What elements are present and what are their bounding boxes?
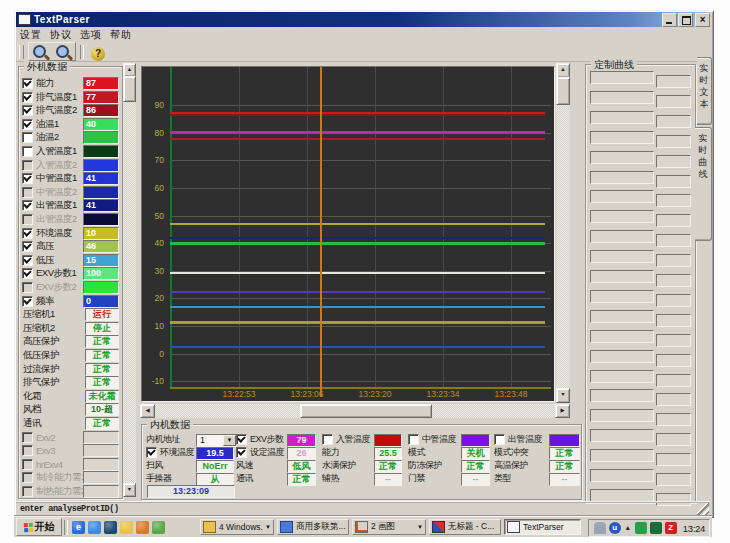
- update-icon[interactable]: u: [609, 522, 621, 534]
- curve-value-slot[interactable]: [656, 95, 691, 108]
- chart-hscrollbar[interactable]: ◀ ▶: [140, 404, 570, 418]
- curve-name-slot[interactable]: [590, 71, 654, 84]
- checkbox[interactable]: [22, 255, 33, 266]
- indoor-value[interactable]: 1▼: [196, 434, 237, 447]
- curve-name-slot[interactable]: [590, 310, 654, 323]
- checkbox[interactable]: [22, 282, 33, 293]
- curve-value-slot[interactable]: [656, 374, 691, 387]
- tab-realtime-curve[interactable]: 实时曲线: [695, 127, 712, 241]
- checkbox[interactable]: [494, 434, 505, 445]
- curve-value-slot[interactable]: [656, 473, 691, 486]
- hand-icon[interactable]: [594, 522, 606, 534]
- checkbox[interactable]: [22, 187, 33, 198]
- curve-value-slot[interactable]: [656, 413, 691, 426]
- task-button-window[interactable]: TextParser: [504, 519, 581, 535]
- ie-icon[interactable]: e: [72, 521, 85, 534]
- close-button[interactable]: ×: [695, 13, 710, 27]
- restore-button[interactable]: [678, 13, 693, 27]
- curve-value-slot[interactable]: [656, 115, 691, 128]
- monitor-icon[interactable]: [650, 522, 662, 534]
- media-icon[interactable]: [152, 521, 165, 534]
- toolbar-grip[interactable]: [19, 45, 24, 59]
- curve-value-slot[interactable]: [656, 453, 691, 466]
- zoom-in-button[interactable]: [29, 43, 52, 60]
- curve-name-slot[interactable]: [590, 111, 654, 124]
- curve-value-slot[interactable]: [656, 175, 691, 188]
- help-button[interactable]: ?: [88, 43, 111, 60]
- notes-icon[interactable]: [120, 521, 133, 534]
- download-icon[interactable]: Z: [665, 522, 677, 534]
- menu-item-3[interactable]: 选项: [76, 28, 106, 41]
- curve-name-slot[interactable]: [590, 389, 654, 402]
- expand-icon[interactable]: ▴: [624, 522, 632, 534]
- checkbox[interactable]: [22, 119, 33, 130]
- checkbox[interactable]: [22, 146, 33, 157]
- start-button[interactable]: 开始: [16, 518, 62, 536]
- sphere-icon[interactable]: [104, 521, 117, 534]
- task-button-colors[interactable]: 无标题 - C...: [429, 519, 501, 535]
- taskgroup-arrow-icon[interactable]: ▼: [417, 524, 423, 530]
- curve-value-slot[interactable]: [656, 354, 691, 367]
- checkbox[interactable]: [22, 132, 33, 143]
- checkbox[interactable]: [22, 173, 33, 184]
- tab-realtime-text[interactable]: 实时文本: [697, 57, 712, 125]
- task-button-doc[interactable]: 商用多联第...: [277, 519, 349, 535]
- curve-name-slot[interactable]: [590, 429, 654, 442]
- curve-name-slot[interactable]: [590, 131, 654, 144]
- curve-value-slot[interactable]: [656, 274, 691, 287]
- chart-hscroll-thumb[interactable]: [300, 404, 432, 418]
- antivirus-icon[interactable]: [635, 522, 647, 534]
- checkbox[interactable]: [22, 92, 33, 103]
- checkbox[interactable]: [22, 472, 33, 483]
- curve-name-slot[interactable]: [590, 250, 654, 263]
- outdoor-scroll-thumb[interactable]: [123, 76, 136, 102]
- zoom-out-button[interactable]: [52, 43, 75, 60]
- curve-value-slot[interactable]: [656, 234, 691, 247]
- chart-vscrollbar[interactable]: ▲ ▼: [556, 63, 570, 403]
- curve-value-slot[interactable]: [656, 75, 691, 88]
- scroll-right-icon[interactable]: ▶: [555, 404, 570, 418]
- curve-name-slot[interactable]: [590, 350, 654, 363]
- checkbox[interactable]: [22, 105, 33, 116]
- menu-item-1[interactable]: 设置: [16, 28, 46, 41]
- task-button-paint[interactable]: 2 画图▼: [352, 519, 426, 535]
- checkbox[interactable]: [22, 78, 33, 89]
- curve-value-slot[interactable]: [656, 135, 691, 148]
- minimize-button[interactable]: [662, 13, 677, 27]
- curve-name-slot[interactable]: [590, 230, 654, 243]
- curve-value-slot[interactable]: [656, 393, 691, 406]
- curve-name-slot[interactable]: [590, 330, 654, 343]
- curve-name-slot[interactable]: [590, 210, 654, 223]
- curve-value-slot[interactable]: [656, 194, 691, 207]
- messenger-icon[interactable]: [88, 521, 101, 534]
- checkbox[interactable]: [22, 241, 33, 252]
- dropdown-arrow-icon[interactable]: ▼: [223, 435, 236, 446]
- curve-value-slot[interactable]: [656, 433, 691, 446]
- checkbox[interactable]: [22, 200, 33, 211]
- scroll-down-icon[interactable]: ▼: [123, 483, 136, 497]
- outdoor-scrollbar[interactable]: ▲ ▼: [123, 63, 136, 497]
- curve-name-slot[interactable]: [590, 370, 654, 383]
- checkbox[interactable]: [22, 268, 33, 279]
- chart-vscroll-thumb[interactable]: [556, 77, 570, 105]
- curve-value-slot[interactable]: [656, 334, 691, 347]
- task-button-folder[interactable]: 4 Windows...▼: [200, 519, 274, 535]
- menu-item-4[interactable]: 帮助: [106, 28, 136, 41]
- curve-value-slot[interactable]: [656, 214, 691, 227]
- curve-name-slot[interactable]: [590, 290, 654, 303]
- checkbox[interactable]: [22, 160, 33, 171]
- curve-name-slot[interactable]: [590, 270, 654, 283]
- curve-value-slot[interactable]: [656, 155, 691, 168]
- curve-value-slot[interactable]: [656, 294, 691, 307]
- checkbox[interactable]: [236, 434, 247, 445]
- curve-name-slot[interactable]: [590, 190, 654, 203]
- checkbox[interactable]: [22, 432, 33, 443]
- checkbox[interactable]: [22, 486, 33, 497]
- realtime-chart[interactable]: 9080706050403020100-1013:22:5313:23:0613…: [141, 66, 555, 402]
- curve-name-slot[interactable]: [590, 91, 654, 104]
- title-bar[interactable]: TextParser: [16, 12, 710, 27]
- curve-name-slot[interactable]: [590, 151, 654, 164]
- checkbox[interactable]: [22, 296, 33, 307]
- checkbox[interactable]: [322, 434, 333, 445]
- scroll-up-icon[interactable]: ▲: [556, 63, 570, 78]
